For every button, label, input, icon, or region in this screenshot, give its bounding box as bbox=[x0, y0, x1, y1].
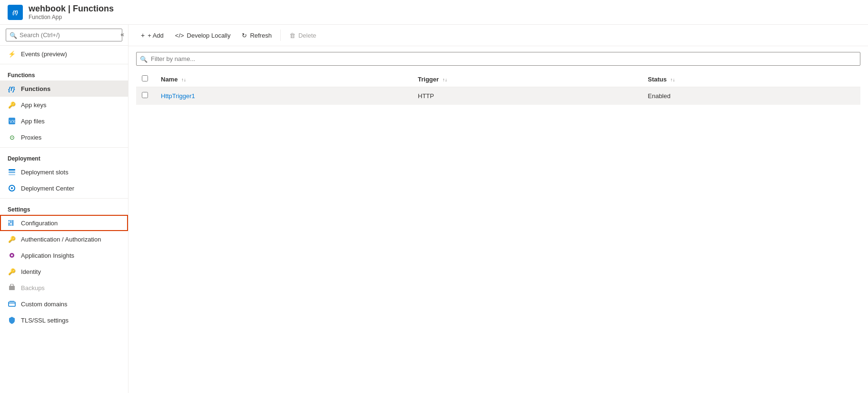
section-label-deployment: Deployment bbox=[0, 150, 128, 164]
svg-rect-8 bbox=[9, 220, 10, 226]
insights-icon bbox=[8, 251, 16, 260]
sidebar-item-label-insights: Application Insights bbox=[21, 252, 74, 259]
row-checkbox-cell bbox=[136, 87, 155, 105]
sidebar: 🔍 « ⚡ Events (preview) Functions {f} Fun… bbox=[0, 25, 128, 393]
sidebar-item-auth[interactable]: 🔑 Authentication / Authorization bbox=[0, 231, 128, 247]
sidebar-item-custom-domains[interactable]: Custom domains bbox=[0, 296, 128, 312]
events-icon: ⚡ bbox=[8, 50, 16, 58]
proxies-icon: ⊙ bbox=[8, 133, 16, 141]
section-label-settings: Settings bbox=[0, 201, 128, 215]
refresh-button[interactable]: ↻ Refresh bbox=[237, 29, 276, 42]
functions-table: Name ↑↓ Trigger ↑↓ Status ↑↓ bbox=[136, 71, 860, 105]
table-header-row: Name ↑↓ Trigger ↑↓ Status ↑↓ bbox=[136, 71, 860, 87]
row-name-cell: HttpTrigger1 bbox=[155, 87, 412, 105]
app-icon-label: {f} bbox=[12, 10, 18, 15]
develop-locally-button[interactable]: </> Develop Locally bbox=[170, 29, 236, 42]
svg-rect-15 bbox=[9, 286, 15, 290]
column-header-trigger[interactable]: Trigger ↑↓ bbox=[412, 71, 642, 87]
sidebar-item-label-events: Events (preview) bbox=[21, 50, 67, 58]
add-label: + Add bbox=[148, 32, 164, 39]
sidebar-item-functions[interactable]: {f} Functions bbox=[0, 81, 128, 97]
svg-rect-11 bbox=[9, 222, 10, 222]
delete-label: Delete bbox=[298, 32, 316, 39]
select-all-checkbox[interactable] bbox=[142, 75, 148, 81]
sidebar-item-appfiles[interactable]: VX App files bbox=[0, 113, 128, 129]
function-name-link[interactable]: HttpTrigger1 bbox=[161, 92, 195, 100]
select-all-col bbox=[136, 71, 155, 87]
trigger-sort-icon: ↑↓ bbox=[443, 77, 447, 82]
filter-search-icon: 🔍 bbox=[140, 55, 148, 62]
sidebar-item-label-appkeys: App keys bbox=[21, 101, 46, 109]
column-header-status[interactable]: Status ↑↓ bbox=[642, 71, 860, 87]
app-header: {f} wehbook | Functions Function App bbox=[0, 0, 868, 25]
sidebar-item-proxies[interactable]: ⊙ Proxies bbox=[0, 129, 128, 145]
divider-2 bbox=[0, 147, 128, 148]
svg-rect-17 bbox=[10, 301, 14, 302]
svg-rect-3 bbox=[9, 169, 15, 171]
functions-icon: {f} bbox=[8, 84, 16, 93]
sidebar-item-configuration[interactable]: Configuration bbox=[0, 215, 128, 231]
toolbar-separator bbox=[280, 30, 281, 41]
refresh-icon: ↻ bbox=[242, 32, 247, 39]
sidebar-item-deployment-slots[interactable]: Deployment slots bbox=[0, 164, 128, 180]
table-row: HttpTrigger1 HTTP Enabled bbox=[136, 87, 860, 105]
main-content: + + Add </> Develop Locally ↻ Refresh 🗑 … bbox=[128, 25, 868, 393]
add-icon: + bbox=[141, 31, 145, 39]
main-layout: 🔍 « ⚡ Events (preview) Functions {f} Fun… bbox=[0, 25, 868, 393]
backups-icon bbox=[8, 283, 16, 292]
section-label-functions: Functions bbox=[0, 66, 128, 81]
develop-locally-icon: </> bbox=[175, 32, 184, 39]
delete-button[interactable]: 🗑 Delete bbox=[285, 29, 321, 42]
app-icon: {f} bbox=[8, 5, 23, 20]
column-name-label: Name bbox=[161, 76, 178, 83]
sidebar-item-label-proxies: Proxies bbox=[21, 134, 41, 141]
svg-rect-5 bbox=[9, 174, 15, 175]
delete-icon: 🗑 bbox=[289, 32, 296, 39]
develop-locally-label: Develop Locally bbox=[187, 32, 231, 39]
search-input[interactable] bbox=[6, 29, 122, 41]
column-header-name[interactable]: Name ↑↓ bbox=[155, 71, 412, 87]
functions-table-container: Name ↑↓ Trigger ↑↓ Status ↑↓ bbox=[128, 71, 868, 393]
sidebar-item-identity[interactable]: 🔑 Identity bbox=[0, 263, 128, 280]
domains-icon bbox=[8, 300, 16, 308]
appfiles-icon: VX bbox=[8, 117, 16, 125]
add-button[interactable]: + + Add bbox=[136, 29, 168, 42]
header-title-group: wehbook | Functions Function App bbox=[29, 4, 114, 20]
sidebar-item-label-appfiles: App files bbox=[21, 118, 45, 125]
refresh-label: Refresh bbox=[250, 32, 272, 39]
status-sort-icon: ↑↓ bbox=[671, 77, 675, 82]
row-trigger-cell: HTTP bbox=[412, 87, 642, 105]
sidebar-item-appkeys[interactable]: 🔑 App keys bbox=[0, 97, 128, 113]
tls-icon bbox=[8, 316, 16, 324]
sidebar-item-tls-ssl[interactable]: TLS/SSL settings bbox=[0, 312, 128, 328]
sidebar-item-label-deployment-slots: Deployment slots bbox=[21, 169, 69, 176]
svg-rect-12 bbox=[10, 223, 12, 224]
sidebar-item-insights[interactable]: Application Insights bbox=[0, 247, 128, 263]
sidebar-item-deployment-center[interactable]: Deployment Center bbox=[0, 180, 128, 196]
row-checkbox[interactable] bbox=[142, 92, 148, 98]
svg-point-14 bbox=[11, 254, 13, 256]
svg-rect-9 bbox=[10, 220, 11, 226]
sidebar-item-label-backups: Backups bbox=[21, 284, 45, 292]
sidebar-item-events[interactable]: ⚡ Events (preview) bbox=[0, 46, 128, 62]
sidebar-item-label-deployment-center: Deployment Center bbox=[21, 185, 74, 192]
deployment-center-icon bbox=[8, 184, 16, 192]
row-trigger-value: HTTP bbox=[418, 92, 434, 100]
column-trigger-label: Trigger bbox=[418, 76, 439, 83]
divider-1 bbox=[0, 64, 128, 64]
deployment-slots-icon bbox=[8, 168, 16, 176]
svg-point-7 bbox=[11, 187, 13, 189]
page-title: wehbook | Functions bbox=[29, 4, 114, 14]
filter-bar: 🔍 bbox=[128, 46, 868, 71]
divider-3 bbox=[0, 198, 128, 199]
svg-text:{f}: {f} bbox=[8, 85, 15, 92]
row-status-value: Enabled bbox=[648, 92, 671, 100]
name-sort-icon: ↑↓ bbox=[181, 77, 186, 82]
svg-rect-10 bbox=[12, 220, 13, 226]
appkeys-icon: 🔑 bbox=[8, 101, 16, 109]
sidebar-search-area: 🔍 « bbox=[0, 25, 128, 46]
collapse-button[interactable]: « bbox=[120, 30, 124, 38]
auth-icon: 🔑 bbox=[8, 235, 16, 243]
search-icon: 🔍 bbox=[10, 31, 17, 39]
filter-input[interactable] bbox=[136, 52, 860, 66]
